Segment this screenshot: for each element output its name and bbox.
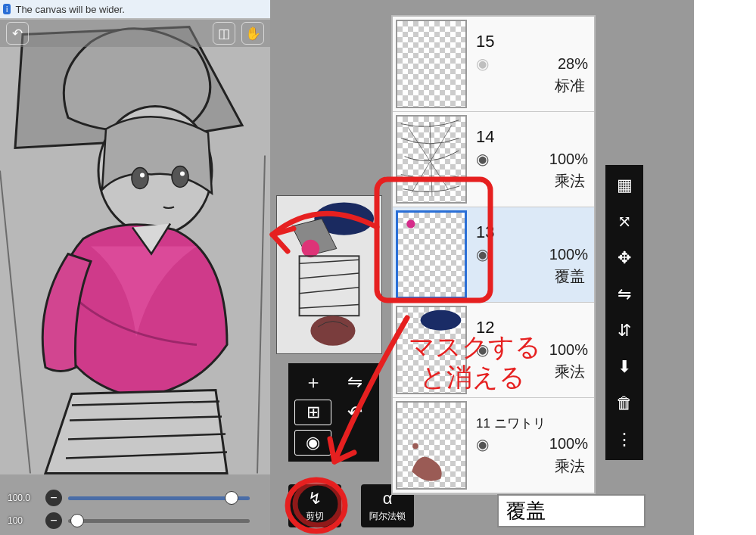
move-button[interactable]: ✥ bbox=[605, 245, 643, 271]
camera-import-button[interactable]: ◉ bbox=[294, 430, 331, 456]
clip-label: 剪切 bbox=[306, 510, 324, 523]
layer-opacity: 100% bbox=[549, 246, 588, 263]
brush-size-thumb[interactable] bbox=[225, 491, 238, 505]
visibility-icon[interactable]: ◉ bbox=[476, 435, 489, 453]
layer-blend-mode: 乘法 bbox=[555, 456, 585, 477]
layer-info: 13 ◉ 100% 覆盖 bbox=[470, 207, 594, 302]
layer-opacity: 100% bbox=[549, 435, 588, 453]
tutorial-banner: i The canvas will be wider. bbox=[0, 0, 270, 18]
layer-blend-mode: 标准 bbox=[555, 76, 585, 96]
visibility-icon[interactable]: ◉ bbox=[476, 150, 489, 168]
select-tool-button[interactable]: ◫ bbox=[213, 22, 235, 45]
layer-item-15[interactable]: 15 ◉ 28% 标准 bbox=[393, 17, 594, 112]
layer-blend-mode: 乘法 bbox=[555, 171, 585, 191]
hand-tool-button[interactable]: ✋ bbox=[241, 22, 264, 45]
svg-point-8 bbox=[302, 240, 320, 258]
rotate-ccw-button[interactable]: ↶ bbox=[336, 400, 373, 425]
opacity-slider[interactable]: 100 − bbox=[8, 512, 250, 529]
layer-info: 11 ニワトリ ◉ 100% 乘法 bbox=[470, 398, 594, 493]
brush-size-slider[interactable]: 100.0 − bbox=[8, 490, 250, 506]
layer-opacity: 100% bbox=[549, 151, 588, 168]
layer-blend-mode: 乘法 bbox=[555, 362, 585, 382]
more-options-button[interactable]: ⋮ bbox=[605, 427, 643, 453]
layer-thumb[interactable] bbox=[396, 20, 467, 108]
empty-margin bbox=[649, 0, 756, 535]
brush-size-track[interactable] bbox=[68, 496, 250, 500]
layer-number: 14 bbox=[476, 127, 588, 147]
reference-thumbnail[interactable] bbox=[276, 195, 382, 354]
top-toolbar: ↶ ◫ ✋ bbox=[0, 20, 270, 47]
svg-point-4 bbox=[140, 173, 145, 178]
layer-tools: ＋ ⇋ ⊞ ↶ ◉ bbox=[288, 363, 379, 462]
opacity-value: 100 bbox=[8, 515, 39, 526]
layer-item-14[interactable]: 14 ◉ 100% 乘法 bbox=[393, 112, 594, 207]
add-layer-button[interactable]: ＋ bbox=[294, 369, 331, 395]
alpha-lock-label: 阿尔法锁 bbox=[369, 510, 406, 523]
canvas-drawing[interactable] bbox=[0, 18, 270, 474]
layer-item-13[interactable]: 13 ◉ 100% 覆盖 bbox=[393, 207, 594, 303]
canvas-area[interactable] bbox=[0, 18, 270, 474]
blend-mode-value: 覆盖 bbox=[506, 498, 546, 524]
svg-point-2 bbox=[132, 168, 148, 189]
brush-size-value: 100.0 bbox=[8, 493, 39, 503]
layer-number: 15 bbox=[476, 32, 588, 51]
layer-opacity: 28% bbox=[558, 55, 588, 73]
undo-button[interactable]: ↶ bbox=[6, 22, 29, 45]
visibility-icon[interactable]: ◉ bbox=[476, 245, 489, 263]
layer-list[interactable]: 15 ◉ 28% 标准 14 ◉ 100% bbox=[391, 15, 596, 495]
brush-sliders: 100.0 − 100 − bbox=[8, 490, 250, 529]
svg-point-3 bbox=[172, 166, 188, 188]
flip-h-button[interactable]: ⇋ bbox=[605, 281, 643, 307]
svg-point-10 bbox=[310, 316, 355, 345]
layer-blend-mode: 覆盖 bbox=[555, 266, 585, 287]
layer-info: 15 ◉ 28% 标准 bbox=[470, 17, 594, 111]
blend-mode-selector[interactable]: 覆盖 bbox=[497, 494, 646, 527]
opacity-thumb[interactable] bbox=[70, 514, 84, 527]
opacity-track[interactable] bbox=[68, 519, 250, 523]
delete-layer-button[interactable]: 🗑 bbox=[605, 390, 643, 416]
svg-point-11 bbox=[406, 219, 415, 228]
merge-down-button[interactable]: ⬇ bbox=[605, 354, 643, 380]
layer-thumb[interactable] bbox=[396, 115, 467, 204]
duplicate-layer-button[interactable]: ⊞ bbox=[294, 400, 331, 425]
tutorial-badge: i bbox=[3, 4, 11, 14]
layers-panel: ＋ ⇋ ⊞ ↶ ◉ ↯ 剪切 α 阿尔法锁 15 ◉ 28% 标准 bbox=[270, 0, 649, 535]
layer-number: 11 ニワトリ bbox=[476, 415, 588, 432]
layer-info: 12 ◉ 100% 乘法 bbox=[470, 303, 594, 397]
layer-thumb[interactable] bbox=[396, 401, 467, 490]
flip-v-button[interactable]: ⇵ bbox=[605, 318, 643, 344]
layer-item-11[interactable]: 11 ニワトリ ◉ 100% 乘法 bbox=[393, 398, 594, 493]
layer-number: 12 bbox=[476, 318, 588, 337]
right-toolstrip: ▦ ⤧ ✥ ⇋ ⇵ ⬇ 🗑 ⋮ bbox=[605, 165, 643, 460]
flip-horizontal-button[interactable]: ⇋ bbox=[336, 369, 373, 395]
layer-item-12[interactable]: 12 ◉ 100% 乘法 bbox=[393, 303, 594, 398]
clip-button[interactable]: ↯ 剪切 bbox=[288, 484, 341, 527]
layer-opacity: 100% bbox=[549, 341, 588, 359]
layer-thumb[interactable] bbox=[396, 306, 467, 394]
clip-icon: ↯ bbox=[308, 489, 322, 509]
tutorial-text: The canvas will be wider. bbox=[15, 4, 125, 15]
visibility-icon[interactable]: ◉ bbox=[476, 54, 489, 73]
app-canvas-panel: i The canvas will be wider. bbox=[0, 0, 270, 535]
visibility-icon[interactable]: ◉ bbox=[476, 341, 489, 359]
transform-button[interactable]: ⤧ bbox=[605, 209, 643, 235]
layer-thumb[interactable] bbox=[396, 210, 467, 299]
opacity-decrement[interactable]: − bbox=[45, 512, 62, 529]
svg-point-12 bbox=[421, 310, 462, 331]
svg-point-5 bbox=[180, 172, 185, 176]
svg-point-13 bbox=[412, 443, 418, 449]
layer-info: 14 ◉ 100% 乘法 bbox=[470, 112, 594, 207]
brush-size-decrement[interactable]: − bbox=[45, 490, 62, 506]
layer-number: 13 bbox=[476, 222, 588, 242]
checker-toggle-button[interactable]: ▦ bbox=[605, 173, 643, 198]
